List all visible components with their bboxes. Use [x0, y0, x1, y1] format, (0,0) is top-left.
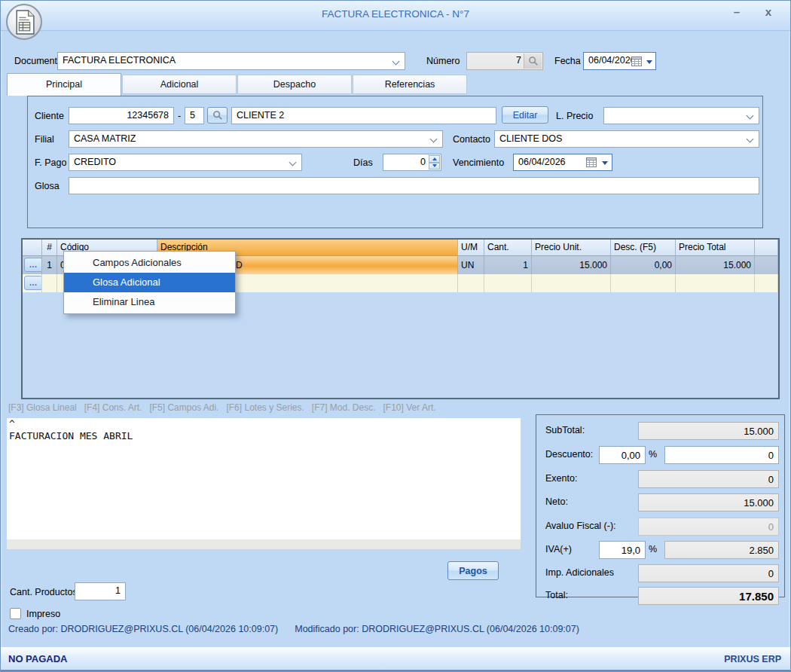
cell-cant[interactable]: 1: [484, 256, 532, 274]
grid-header-gutter: [23, 240, 42, 256]
menu-item-campos-adicionales[interactable]: Campos Adicionales: [64, 253, 235, 273]
vencimiento-value: 06/04/2026: [518, 157, 566, 167]
numero-field: 7: [466, 52, 543, 70]
col-precio-total[interactable]: Precio Total: [676, 240, 755, 256]
search-icon: [528, 56, 539, 66]
creado-por-text: Creado por: DRODRIGUEZ@PRIXUS.CL (06/04/…: [8, 624, 278, 634]
tab-principal[interactable]: Principal: [7, 73, 121, 96]
cliente-label: Cliente: [35, 111, 64, 121]
cell-desc-f5[interactable]: [611, 274, 676, 292]
chevron-down-icon: [289, 159, 297, 166]
cliente-rut-field[interactable]: 12345678: [69, 107, 174, 124]
cell-precio-unit[interactable]: 15.000: [532, 256, 611, 274]
cell-um[interactable]: [458, 274, 484, 292]
impreso-label: Impreso: [26, 609, 60, 619]
descuento-pct-field[interactable]: 0,00: [599, 446, 646, 464]
neto-field: 15.000: [638, 493, 779, 512]
cell-desc-f5[interactable]: 0,00: [611, 256, 676, 274]
dias-value: 0: [420, 157, 426, 167]
cell-precio-total[interactable]: 15.000: [676, 256, 755, 274]
chevron-down-icon: [392, 58, 400, 66]
totals-panel: SubTotal: 15.000 Descuento: 0,00 % 0 Exe…: [536, 414, 785, 597]
minimize-button[interactable]: –: [727, 5, 747, 22]
chevron-down-icon: [602, 161, 608, 165]
glosa-input[interactable]: [69, 177, 759, 194]
cell-num[interactable]: [42, 274, 57, 292]
lprecio-select[interactable]: [603, 107, 759, 124]
dias-label: Días: [353, 157, 373, 168]
tab-despacho[interactable]: Despacho: [237, 75, 352, 94]
cell-num[interactable]: 1: [42, 256, 57, 274]
search-icon: [212, 110, 223, 121]
menu-item-eliminar-linea[interactable]: Eliminar Linea: [64, 292, 235, 312]
imp-adicionales-field: 0: [638, 564, 779, 582]
row-options-button[interactable]: …: [24, 276, 42, 290]
invoice-document-icon: [6, 4, 42, 40]
col-cant[interactable]: Cant.: [484, 240, 532, 256]
neto-label: Neto:: [545, 496, 568, 507]
cliente-search-button[interactable]: [207, 107, 228, 124]
spinner-buttons[interactable]: [429, 155, 440, 170]
fecha-datepicker[interactable]: 06/04/2026: [583, 52, 656, 70]
exento-label: Exento:: [545, 473, 577, 484]
cell-precio-total[interactable]: [676, 274, 755, 292]
cell-precio-unit[interactable]: [532, 274, 611, 292]
fpago-select[interactable]: CREDITO: [69, 154, 302, 171]
total-label: Total:: [545, 590, 568, 600]
col-desc-f5[interactable]: Desc. (F5): [611, 240, 676, 256]
cliente-nombre-field[interactable]: CLIENTE 2: [231, 107, 496, 124]
total-field: 17.850: [638, 587, 779, 605]
exento-field: 0: [638, 470, 779, 488]
dias-stepper[interactable]: 0: [383, 154, 441, 171]
cell-cant[interactable]: [484, 274, 532, 292]
filial-value: CASA MATRIZ: [74, 133, 136, 144]
documento-label: Documento: [14, 56, 63, 66]
glosa-line-1: ^: [7, 418, 521, 430]
cant-productos-label: Cant. Productos: [10, 587, 78, 597]
filial-label: Filial: [35, 134, 54, 145]
tab-adicional[interactable]: Adicional: [122, 75, 237, 94]
col-num[interactable]: #: [42, 240, 57, 256]
lprecio-label: L. Precio: [556, 111, 593, 121]
editar-button[interactable]: Editar: [502, 106, 548, 124]
app-brand-text: PRIXUS ERP: [724, 654, 781, 664]
spinner-up-button[interactable]: [429, 155, 440, 163]
cell-um[interactable]: UN: [458, 256, 484, 274]
title-bar: FACTURA ELECTRONICA - N°7 – x: [1, 1, 790, 31]
documento-select[interactable]: FACTURA ELECTRONICA: [57, 52, 405, 70]
col-precio-unit[interactable]: Precio Unit.: [532, 240, 611, 256]
horizontal-scrollbar[interactable]: [7, 539, 521, 549]
row-options-button[interactable]: …: [24, 258, 42, 272]
close-button[interactable]: x: [759, 5, 778, 22]
glosa-textarea[interactable]: ^ FACTURACION MES ABRIL: [7, 418, 521, 549]
descuento-field[interactable]: 0: [664, 446, 779, 464]
audit-info: Creado por: DRODRIGUEZ@PRIXUS.CL (06/04/…: [8, 624, 596, 634]
payment-status-badge: NO PAGADA: [8, 653, 67, 664]
vencimiento-datepicker[interactable]: 06/04/2026: [513, 154, 612, 171]
fecha-label: Fecha: [554, 56, 581, 66]
col-filler: [755, 240, 778, 256]
impreso-checkbox[interactable]: [10, 608, 21, 619]
tab-referencias[interactable]: Referencias: [353, 75, 467, 94]
function-key-hints: [F3] Glosa Lineal [F4] Cons. Art. [F5] C…: [8, 402, 436, 413]
row-gutter: …: [23, 274, 42, 292]
chevron-up-icon: [432, 157, 437, 160]
iva-pct-field[interactable]: 19,0: [599, 541, 646, 559]
filial-select[interactable]: CASA MATRIZ: [69, 130, 443, 148]
pagos-button[interactable]: Pagos: [447, 561, 499, 580]
row-gutter: …: [23, 256, 42, 274]
numero-search-button[interactable]: [524, 53, 542, 69]
chevron-down-icon: [747, 136, 754, 143]
menu-item-glosa-adicional[interactable]: Glosa Adicional: [64, 273, 235, 292]
cliente-dv-field[interactable]: 5: [185, 107, 204, 124]
row-context-menu: Campos Adicionales Glosa Adicional Elimi…: [63, 251, 236, 314]
spinner-down-button[interactable]: [429, 163, 440, 170]
avaluo-fiscal-label: Avaluo Fiscal (-):: [545, 521, 616, 531]
avaluo-fiscal-field: 0: [638, 518, 779, 536]
glosa-line-2: FACTURACION MES ABRIL: [7, 430, 521, 442]
modificado-por-text: Modificado por: DRODRIGUEZ@PRIXUS.CL (06…: [295, 624, 579, 634]
contacto-select[interactable]: CLIENTE DOS: [494, 130, 759, 148]
fpago-label: F. Pago: [35, 157, 66, 168]
col-um[interactable]: U/M: [458, 240, 484, 256]
status-bar: NO PAGADA PRIXUS ERP: [1, 647, 790, 670]
